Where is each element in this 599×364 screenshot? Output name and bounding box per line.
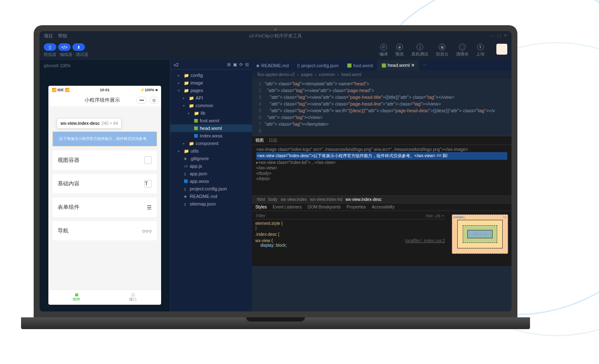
- folder-icon: 📁: [189, 103, 194, 108]
- menubar: 项目 帮助 v2-FinClip小程序开发工具 — ▢ ✕: [40, 31, 512, 41]
- file-icon: ◉: [184, 157, 188, 161]
- folder-item[interactable]: ▸📁utils: [170, 147, 252, 155]
- folder-icon: 📁: [194, 111, 199, 116]
- file-icon: 🟩: [194, 119, 198, 123]
- minimize-icon[interactable]: —: [490, 33, 494, 39]
- list-item[interactable]: 表单组件☰: [53, 198, 157, 217]
- file-item[interactable]: 🟩foot.wxml: [170, 117, 252, 124]
- file-icon: {}: [184, 172, 188, 176]
- file-explorer: v2 ⊞ ▣ ⟳ ⊟ ▸📁config▸📁image▾📁pages▸📁API▾📁…: [170, 60, 252, 311]
- editor-tab[interactable]: ◉ README.md: [252, 60, 293, 71]
- style-tab[interactable]: Accessibility: [372, 205, 395, 209]
- folder-item[interactable]: ▾📁common: [170, 102, 252, 109]
- devtools-tab[interactable]: 日志: [269, 137, 277, 143]
- tabs-more-icon[interactable]: ⋯: [419, 60, 430, 71]
- breadcrumb: fino-applet-demo-v2 › pages › common › h…: [252, 71, 512, 79]
- upload-action[interactable]: ⬆上传: [476, 44, 485, 57]
- menu-project[interactable]: 项目: [44, 33, 53, 39]
- element-node[interactable]: </body>: [256, 171, 507, 176]
- element-node[interactable]: </html>: [256, 176, 507, 182]
- devtools-top-tabs: 视图 日志: [252, 136, 512, 145]
- list-item[interactable]: 视图容器: [53, 150, 157, 170]
- highlighted-element[interactable]: 以下将展示小程序官方组件能力，组件样式仅供参考。: [53, 132, 157, 146]
- folder-item[interactable]: ▸📁API: [170, 94, 252, 102]
- collapse-icon[interactable]: ⊟: [245, 62, 249, 67]
- styles-tabs: StylesEvent ListenersDOM BreakpointsProp…: [252, 203, 512, 211]
- background-action[interactable]: ▣切后台: [436, 44, 448, 57]
- compile-action[interactable]: ⟳编译: [379, 44, 388, 57]
- editor-tab[interactable]: 🟩 head.wxml ✕: [377, 60, 419, 71]
- element-node[interactable]: <wx-image class="index-logo" src="../res…: [256, 147, 507, 152]
- file-item[interactable]: {}sitemap.json: [170, 200, 252, 208]
- tab-component[interactable]: ▦组件: [48, 290, 105, 305]
- editor-tabs: ◉ README.md{} project.config.json🟩 foot.…: [252, 60, 512, 71]
- close-icon[interactable]: ✕: [504, 33, 507, 39]
- folder-item[interactable]: ▾📁pages: [170, 87, 252, 94]
- file-icon: {}: [184, 202, 188, 206]
- laptop-mockup: 项目 帮助 v2-FinClip小程序开发工具 — ▢ ✕ ▯ </> ⬍: [34, 25, 517, 336]
- avatar-icon[interactable]: [496, 44, 507, 55]
- phone-status-bar: 📶 IDE 📶 10:01 ⚡100% ■: [48, 86, 161, 94]
- ide-screen: 项目 帮助 v2-FinClip小程序开发工具 — ▢ ✕ ▯ </> ⬍: [40, 31, 512, 311]
- maximize-icon[interactable]: ▢: [497, 33, 501, 39]
- simulator-pill[interactable]: ▯: [44, 43, 56, 51]
- element-node[interactable]: </wx-view>: [256, 165, 507, 171]
- preview-action[interactable]: ◉预览: [395, 44, 404, 57]
- editor-pane: ◉ README.md{} project.config.json🟩 foot.…: [252, 60, 512, 311]
- folder-icon: 📁: [184, 81, 189, 85]
- menu-dots-icon[interactable]: •••: [136, 97, 147, 104]
- file-icon: JS: [184, 164, 188, 168]
- list-item[interactable]: 基础内容T: [53, 174, 157, 193]
- file-item[interactable]: {}app.json: [170, 170, 252, 177]
- editor-pill[interactable]: </>: [58, 43, 71, 51]
- window-title: v2-FinClip小程序开发工具: [249, 33, 302, 39]
- folder-item[interactable]: ▸📁config: [170, 71, 252, 79]
- folder-item[interactable]: ▸📁image: [170, 79, 252, 87]
- project-root[interactable]: v2: [174, 62, 179, 67]
- menu-close-icon[interactable]: ⊙: [149, 97, 159, 104]
- box-model: margin10 border- padding- 240 × 44: [448, 211, 512, 266]
- style-tab[interactable]: Styles: [255, 205, 267, 209]
- file-item[interactable]: 🟦app.wxss: [170, 177, 252, 185]
- elements-panel[interactable]: <wx-image class="index-logo" src="../res…: [252, 145, 512, 195]
- devtools-tab[interactable]: 视图: [255, 137, 264, 143]
- phone-navbar: 小程序组件展示 •••⊙: [48, 94, 161, 106]
- editor-tab[interactable]: 🟩 foot.wxml: [343, 60, 377, 71]
- refresh-icon[interactable]: ⟳: [239, 62, 243, 67]
- menu-help[interactable]: 帮助: [58, 33, 67, 39]
- tab-api[interactable]: ◫接口: [105, 290, 161, 305]
- folder-item[interactable]: ▸📁component: [170, 140, 252, 147]
- file-item[interactable]: 🟩head.wxml: [170, 124, 252, 132]
- component-tab-icon: ▦: [51, 293, 102, 297]
- pill-label: 编辑器: [60, 52, 72, 58]
- styles-toggles[interactable]: :hov .cls +: [425, 214, 444, 218]
- style-tab[interactable]: DOM Breakpoints: [307, 205, 341, 209]
- folder-icon: 📁: [184, 73, 189, 78]
- file-item[interactable]: JSapp.js: [170, 162, 252, 170]
- clear-cache-action[interactable]: ⬚清缓存: [456, 44, 469, 57]
- list-item[interactable]: 导航○○○: [53, 221, 157, 240]
- window-controls: — ▢ ✕: [490, 33, 507, 39]
- code-editor[interactable]: 1"attr"> class="tag"><template"attr"> na…: [252, 79, 512, 136]
- phone-tabbar: ▦组件 ◫接口: [48, 290, 161, 305]
- styles-panel[interactable]: Filter:hov .cls + element.style {}.index…: [252, 211, 448, 266]
- new-folder-icon[interactable]: ▣: [233, 62, 237, 67]
- folder-item[interactable]: ▸📁lib: [170, 109, 252, 117]
- remote-debug-action[interactable]: ▯真机调试: [411, 44, 428, 57]
- element-node[interactable]: <wx-view class="index-desc">以下将展示小程序官方组件…: [256, 152, 507, 160]
- editor-tab[interactable]: {} project.config.json: [293, 60, 343, 71]
- debugger-pill[interactable]: ⬍: [72, 43, 85, 51]
- style-tab[interactable]: Properties: [347, 205, 366, 209]
- folder-icon: 📁: [184, 149, 189, 153]
- file-icon: 🟩: [194, 127, 198, 130]
- element-node[interactable]: ▸<wx-view class="index-bd">…</wx-view>: [256, 160, 507, 165]
- folder-icon: 📁: [189, 96, 194, 100]
- file-item[interactable]: {}project.config.json: [170, 185, 252, 193]
- new-file-icon[interactable]: ⊞: [227, 62, 231, 67]
- file-item[interactable]: ◉.gitignore: [170, 155, 252, 162]
- style-tab[interactable]: Event Listeners: [273, 205, 302, 209]
- styles-filter[interactable]: Filter: [256, 214, 265, 218]
- file-item[interactable]: ◉README.md: [170, 193, 252, 200]
- file-item[interactable]: 🟦index.wxss: [170, 132, 252, 140]
- text-icon: T: [144, 180, 152, 187]
